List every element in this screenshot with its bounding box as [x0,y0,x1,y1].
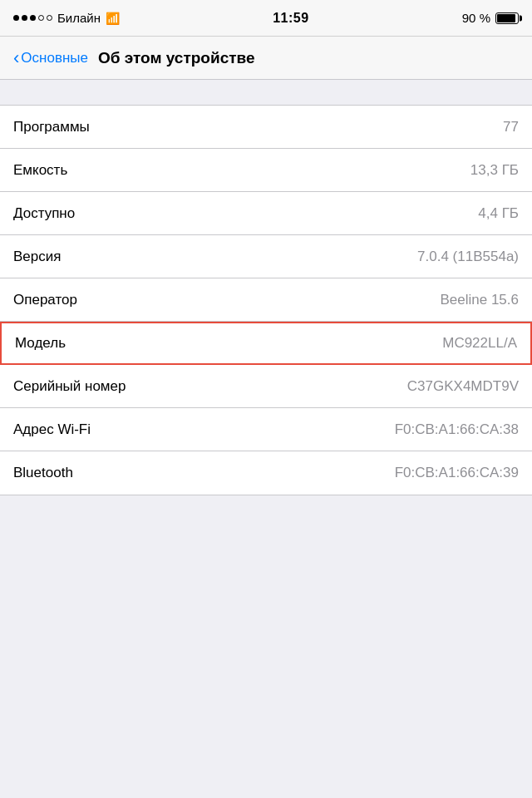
row-label: Модель [15,335,66,352]
row-label: Версия [13,249,61,265]
battery-fill [497,14,515,22]
row-value: 7.0.4 (11B554a) [417,249,519,265]
row-label: Оператор [13,292,77,308]
row-value: MC922LL/A [442,335,517,352]
table-row: BluetoothF0:CB:A1:66:CA:39 [0,451,532,495]
table-row: МодельMC922LL/A [0,322,532,365]
row-value: F0:CB:A1:66:CA:38 [395,421,519,438]
row-value: Beeline 15.6 [440,292,519,308]
signal-icon [13,15,52,21]
status-left: Билайн 📶 [13,11,120,25]
row-label: Серийный номер [13,378,126,395]
settings-group: Программы77Емкость13,3 ГБДоступно4,4 ГБВ… [0,105,532,495]
status-time: 11:59 [273,11,308,26]
row-value: 77 [503,119,519,135]
table-row: ОператорBeeline 15.6 [0,278,532,322]
row-label: Доступно [13,205,75,222]
row-label: Адрес Wi-Fi [13,421,91,438]
nav-bar: ‹ Основные Об этом устройстве [0,37,532,80]
nav-back-label: Основные [21,50,88,66]
row-value: F0:CB:A1:66:CA:39 [395,465,519,481]
battery-icon [495,12,519,24]
row-value: 13,3 ГБ [470,162,519,179]
top-spacer [0,88,532,105]
content: Программы77Емкость13,3 ГБДоступно4,4 ГБВ… [0,80,532,495]
table-row: Версия7.0.4 (11B554a) [0,235,532,278]
nav-title: Об этом устройстве [98,49,255,67]
table-row: Емкость13,3 ГБ [0,149,532,192]
table-row: Адрес Wi-FiF0:CB:A1:66:CA:38 [0,408,532,451]
table-row: Доступно4,4 ГБ [0,192,532,235]
table-row: Серийный номерC37GKX4MDT9V [0,365,532,408]
row-label: Емкость [13,162,67,179]
status-bar: Билайн 📶 11:59 90 % [0,0,532,37]
row-value: 4,4 ГБ [478,205,519,222]
wifi-icon: 📶 [106,12,120,25]
chevron-left-icon: ‹ [13,47,19,69]
row-label: Bluetooth [13,465,73,481]
carrier-label: Билайн [57,11,101,25]
battery-percent: 90 % [462,11,490,25]
status-right: 90 % [462,11,519,25]
nav-back-button[interactable]: ‹ Основные [13,47,88,69]
row-label: Программы [13,119,90,135]
row-value: C37GKX4MDT9V [407,378,519,395]
table-row: Программы77 [0,106,532,149]
